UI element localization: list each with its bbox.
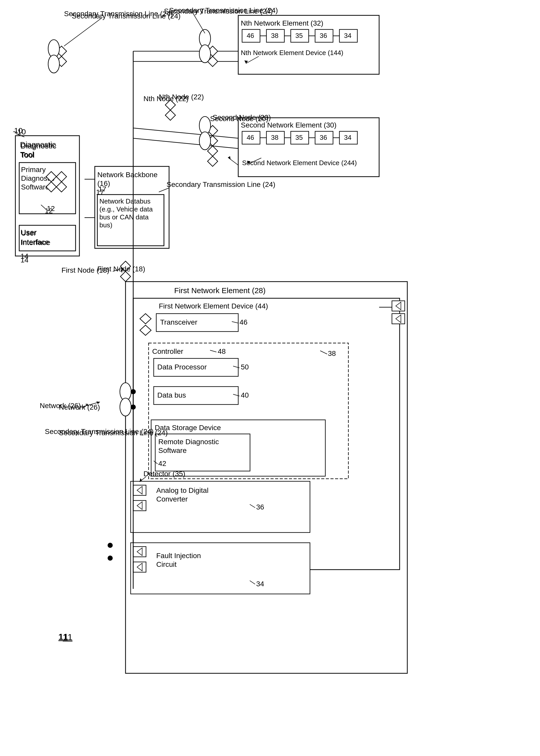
svg-text:Analog to Digital: Analog to Digital: [156, 486, 208, 494]
nth-node-label: Nth Node (22): [143, 95, 189, 103]
secondary-trans-line-bottom-label: Secondary Transmission Line (24): [45, 428, 154, 436]
ref-10: ~10: [13, 128, 26, 136]
svg-text:Remote Diagnostic: Remote Diagnostic: [158, 438, 219, 446]
svg-text:42: 42: [158, 460, 166, 468]
svg-text:46: 46: [247, 134, 254, 141]
svg-text:35: 35: [295, 134, 303, 141]
svg-text:Data bus: Data bus: [157, 391, 186, 399]
diagnostic-tool-label: DiagnosticTool: [20, 140, 56, 160]
svg-point-146: [108, 543, 113, 548]
svg-rect-165: [392, 301, 405, 311]
svg-text:Secondary Transmission Line (2: Secondary Transmission Line (24): [167, 180, 275, 188]
svg-text:Primary: Primary: [21, 165, 46, 173]
svg-rect-96: [133, 500, 146, 511]
svg-point-141: [199, 132, 210, 150]
svg-text:36: 36: [320, 134, 327, 141]
svg-rect-104: [131, 543, 310, 594]
svg-text:Software: Software: [158, 447, 187, 454]
svg-text:Transceiver: Transceiver: [160, 318, 197, 326]
network-label: Network (26) ↗: [40, 401, 89, 410]
svg-text:(e.g., Vehicle data: (e.g., Vehicle data: [99, 205, 153, 213]
svg-text:38: 38: [271, 134, 278, 141]
svg-text:Software: Software: [21, 183, 50, 191]
svg-text:First Network Element (28): First Network Element (28): [174, 286, 266, 295]
svg-text:36: 36: [256, 503, 264, 511]
svg-text:34: 34: [256, 580, 264, 588]
second-node-label: Second Node (20): [210, 115, 268, 123]
svg-text:bus or CAN data: bus or CAN data: [99, 213, 149, 221]
svg-text:40: 40: [241, 391, 249, 399]
svg-text:48: 48: [218, 347, 226, 355]
secondary-trans-line-label-top-left: Secondary Transmission Line (24): [64, 10, 173, 18]
svg-text:Data Processor: Data Processor: [157, 363, 207, 371]
svg-point-144: [131, 389, 136, 394]
svg-text:Second Network Element Device : Second Network Element Device (244): [242, 159, 357, 167]
svg-point-137: [48, 55, 60, 73]
svg-text:Detector (35): Detector (35): [143, 470, 185, 478]
svg-text:46: 46: [247, 32, 254, 40]
first-node-label: First Node (18): [62, 266, 109, 274]
svg-text:Network Databus: Network Databus: [99, 197, 150, 205]
svg-text:34: 34: [344, 32, 351, 40]
svg-point-145: [131, 404, 136, 410]
svg-rect-105: [133, 547, 146, 557]
svg-point-147: [108, 556, 113, 561]
ref-11: 11: [59, 632, 68, 642]
svg-text:38: 38: [271, 32, 278, 40]
svg-point-139: [199, 45, 210, 63]
ref-17: 17: [96, 188, 104, 196]
ref-12: 12: [45, 207, 53, 215]
svg-text:Nth Network Element Device (14: Nth Network Element Device (144): [241, 49, 343, 56]
svg-text:Circuit: Circuit: [156, 560, 177, 568]
svg-text:Nth Network Element (32): Nth Network Element (32): [241, 19, 323, 27]
svg-rect-106: [133, 562, 146, 572]
svg-rect-166: [392, 314, 405, 324]
svg-text:36: 36: [320, 32, 327, 40]
svg-text:46: 46: [239, 318, 247, 326]
svg-text:35: 35: [295, 32, 303, 40]
svg-point-143: [120, 398, 131, 416]
svg-text:Controller: Controller: [152, 347, 183, 355]
svg-rect-95: [133, 485, 146, 495]
user-interface-label: UserInterface: [21, 227, 51, 247]
svg-text:bus): bus): [99, 221, 112, 229]
ref-14: 14: [21, 256, 29, 264]
svg-text:Converter: Converter: [156, 495, 188, 503]
svg-text:38: 38: [328, 350, 336, 357]
svg-text:34: 34: [344, 134, 351, 141]
secondary-trans-line-label-top-right: Secondary Transmission Line (24): [164, 7, 273, 15]
svg-text:Network Backbone: Network Backbone: [97, 171, 158, 179]
svg-text:First Network Element Device (: First Network Element Device (44): [159, 302, 268, 310]
svg-text:Fault Injection: Fault Injection: [156, 552, 201, 560]
svg-text:50: 50: [241, 363, 249, 371]
